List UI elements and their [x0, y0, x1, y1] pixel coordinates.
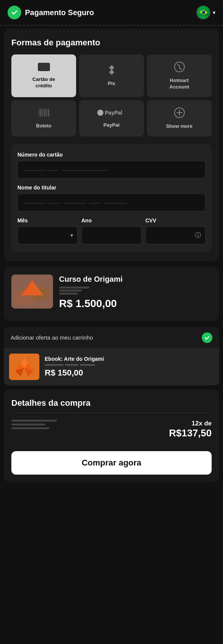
product-row: Curso de Origami R$ 1.500,00 [11, 275, 212, 310]
payment-card: Formas de pagamento Cartão decrédito Pix [4, 29, 219, 261]
details-right: 12x de R$137,50 [169, 420, 212, 439]
header-title: Pagamento Seguro [25, 8, 94, 17]
offer-bar-2 [65, 364, 78, 366]
year-label: Ano [81, 217, 142, 223]
card-expiry-row: Mês 010203 040506 070809 101112 ▾ Ano [17, 217, 206, 244]
logo-icon [8, 6, 21, 19]
offer-toggle-label: Adicionar oferta ao meu carrinho [11, 334, 93, 341]
month-select[interactable]: 010203 040506 070809 101112 [17, 227, 78, 244]
offer-section: Adicionar oferta ao meu carrinho [4, 327, 219, 385]
svg-rect-4 [39, 109, 39, 116]
section-title: Formas de pagamento [11, 38, 212, 48]
product-info: Curso de Origami R$ 1.500,00 [59, 275, 212, 310]
payment-methods-grid: Cartão decrédito Pix HotmartAccount [11, 54, 212, 137]
card-number-input[interactable] [17, 161, 206, 178]
svg-point-10 [97, 110, 103, 116]
detail-bar-1 [11, 420, 57, 422]
offer-image [9, 354, 39, 380]
offer-info: Ebook: Arte do Origami R$ 150,00 [45, 356, 214, 378]
cvv-label: CVV [145, 217, 206, 223]
offer-toggle-row[interactable]: Adicionar oferta ao meu carrinho [4, 327, 219, 348]
svg-rect-2 [38, 65, 50, 67]
product-image [11, 275, 53, 309]
product-name: Curso de Origami [59, 275, 212, 284]
pix-icon [106, 64, 117, 78]
show-more-icon [174, 107, 185, 121]
origami-hands-image [11, 275, 53, 309]
card-form: Número do cartão Nome do titular Mês 010… [11, 144, 212, 252]
offer-name: Ebook: Arte do Origami [45, 356, 214, 362]
details-row: 12x de R$137,50 [11, 420, 212, 439]
year-group: Ano [81, 217, 142, 244]
month-select-wrapper: 010203 040506 070809 101112 ▾ [17, 227, 78, 244]
offer-price-bars [45, 364, 214, 366]
paypal-label: PayPal [103, 122, 120, 129]
cvv-group: CVV ⓘ [145, 217, 206, 244]
cvv-input[interactable] [145, 227, 206, 244]
card-holder-label: Nome do titular [17, 185, 206, 191]
offer-bar-3 [80, 364, 95, 366]
price-line-1 [59, 287, 89, 289]
product-section: Curso de Origami R$ 1.500,00 [4, 267, 219, 321]
details-title: Detalhes da compra [11, 398, 212, 408]
detail-bar-2 [11, 424, 45, 425]
month-label: Mês [17, 217, 78, 223]
details-section: Detalhes da compra 12x de R$137,50 [4, 389, 219, 445]
card-holder-group: Nome do titular [17, 185, 206, 211]
offer-bar-1 [45, 364, 64, 366]
buy-button-wrapper: Comprar agora [4, 445, 219, 482]
show-more-label: Show more [166, 123, 192, 130]
price-line-2 [59, 290, 82, 292]
offer-check-icon[interactable] [202, 332, 212, 343]
year-input[interactable] [81, 227, 142, 244]
svg-rect-9 [48, 109, 49, 116]
svg-rect-7 [44, 109, 45, 116]
boleto-label: Boleto [36, 123, 51, 129]
details-left [11, 420, 57, 429]
payment-option-boleto[interactable]: Boleto [11, 100, 76, 137]
offer-price: R$ 150,00 [45, 368, 214, 378]
hotmart-label: HotmartAccount [170, 78, 189, 90]
paypal-icon: PayPal [97, 108, 127, 120]
payment-option-pix[interactable]: Pix [79, 54, 144, 97]
svg-rect-8 [46, 109, 47, 116]
buy-button[interactable]: Comprar agora [11, 451, 212, 475]
header-left: Pagamento Seguro [8, 6, 94, 19]
flag-icon: 🇧🇷 [196, 5, 211, 20]
svg-rect-5 [40, 109, 42, 116]
svg-rect-6 [42, 109, 43, 116]
payment-option-hotmart[interactable]: HotmartAccount [147, 54, 212, 97]
cvv-wrapper: ⓘ [145, 227, 206, 244]
offer-card: Ebook: Arte do Origami R$ 150,00 [4, 348, 219, 385]
payment-option-show-more[interactable]: Show more [147, 100, 212, 137]
payment-option-credit-card[interactable]: Cartão decrédito [11, 54, 76, 97]
price-line-3 [59, 293, 78, 295]
svg-point-0 [10, 8, 19, 17]
card-number-group: Número do cartão [17, 152, 206, 178]
svg-text:PayPal: PayPal [105, 110, 122, 116]
credit-card-label: Cartão decrédito [33, 76, 55, 89]
card-number-label: Número do cartão [17, 152, 206, 158]
boleto-icon [38, 107, 50, 121]
hotmart-icon [174, 61, 185, 75]
month-group: Mês 010203 040506 070809 101112 ▾ [17, 217, 78, 244]
details-price-value: R$137,50 [169, 427, 212, 439]
detail-bar-3 [11, 427, 49, 429]
language-selector[interactable]: 🇧🇷 ▾ [196, 5, 215, 20]
credit-card-icon [38, 62, 50, 74]
payment-option-paypal[interactable]: PayPal PayPal [79, 100, 144, 137]
details-divider [11, 413, 212, 413]
details-price-label: 12x de [169, 420, 212, 427]
product-price: R$ 1.500,00 [59, 298, 212, 310]
header: Pagamento Seguro 🇧🇷 ▾ [0, 0, 223, 25]
pix-label: Pix [108, 81, 115, 87]
product-price-lines [59, 287, 212, 295]
card-holder-input[interactable] [17, 194, 206, 211]
chevron-down-icon: ▾ [213, 9, 215, 16]
